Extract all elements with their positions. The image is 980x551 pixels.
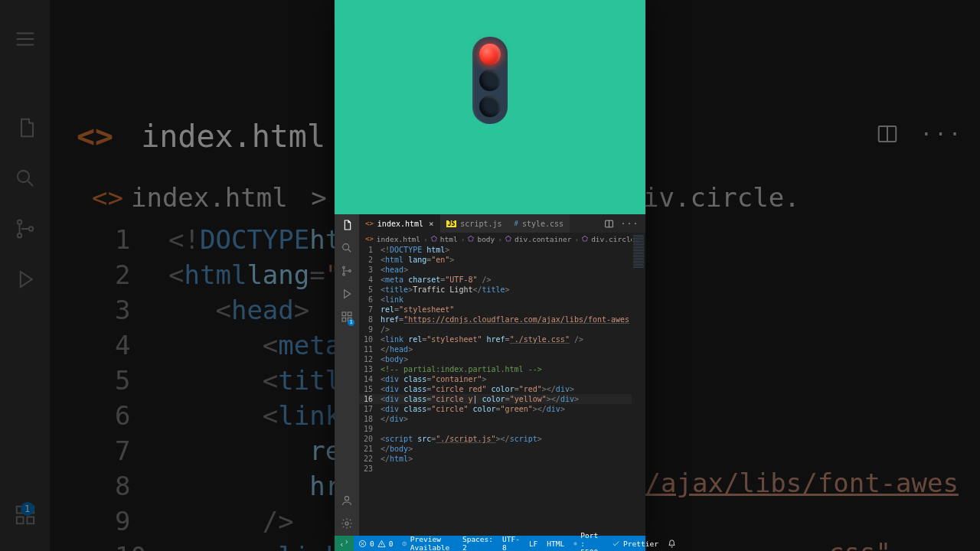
hamburger-icon (14, 28, 37, 92)
svg-rect-13 (342, 312, 346, 316)
split-editor-icon (876, 122, 899, 145)
breadcrumbs[interactable]: <> index.html › ⬠ html › ⬠ body › ⬠ div.… (359, 233, 632, 245)
svg-point-10 (343, 266, 345, 269)
svg-point-2 (17, 233, 21, 238)
svg-rect-6 (16, 517, 23, 524)
bg-tab-active: index.html (141, 119, 325, 154)
bg-activity-bar: 1 (0, 0, 50, 551)
live-preview-pane (335, 0, 645, 214)
svg-point-17 (345, 497, 348, 500)
bg-code-right-10: .css" (813, 537, 891, 551)
status-problems[interactable]: 0 0 (354, 540, 397, 548)
foreground-column: 1 <>index.html×JSscript.js#style.css··· … (335, 0, 645, 551)
status-preview[interactable]: Preview Available (397, 535, 457, 551)
tab-script.js[interactable]: JSscript.js (440, 214, 508, 233)
svg-rect-7 (27, 517, 34, 524)
tab-bar: <>index.html×JSscript.js#style.css··· (359, 214, 645, 233)
settings-gear-icon[interactable] (341, 517, 353, 531)
tab-index.html[interactable]: <>index.html× (359, 214, 440, 233)
svg-point-12 (349, 270, 351, 272)
debug-icon (14, 268, 37, 294)
traffic-light-red (479, 44, 501, 65)
traffic-light-green (479, 96, 501, 117)
svg-rect-14 (348, 312, 351, 316)
extensions-icon[interactable]: 1 (341, 311, 353, 324)
more-icon: ··· (920, 122, 963, 145)
svg-point-0 (18, 171, 29, 182)
minimap[interactable] (632, 233, 645, 536)
traffic-light (472, 37, 508, 124)
split-editor-icon[interactable] (604, 219, 614, 229)
status-bar: 0 0 Preview Available Spaces: 2 UTF-8 LF… (335, 536, 645, 551)
more-icon[interactable]: ··· (621, 220, 639, 228)
run-debug-icon[interactable] (341, 288, 353, 302)
activity-bar: 1 (335, 214, 359, 536)
status-language[interactable]: HTML (542, 540, 569, 548)
code-editor[interactable]: 1<!DOCTYPE html>2<html lang="en">3 <head… (359, 245, 632, 536)
svg-point-18 (345, 522, 348, 525)
close-icon: × (429, 219, 434, 229)
explorer-icon[interactable] (341, 219, 353, 233)
search-icon[interactable] (341, 242, 353, 256)
code-file-icon: <> (77, 119, 113, 154)
status-liveserver[interactable]: Port : 5500 (569, 531, 607, 552)
bg-editor-actions: ··· (876, 122, 963, 145)
svg-point-3 (28, 227, 33, 231)
status-spaces[interactable]: Spaces: 2 (458, 535, 498, 551)
svg-point-9 (343, 244, 349, 250)
svg-rect-15 (342, 318, 346, 321)
remote-indicator[interactable] (335, 536, 354, 551)
code-file-icon: <> (92, 182, 123, 213)
source-control-icon (14, 217, 37, 243)
source-control-icon[interactable] (341, 265, 353, 279)
status-eol[interactable]: LF (524, 540, 542, 548)
extensions-icon: 1 (14, 504, 37, 530)
accounts-icon[interactable] (341, 494, 353, 508)
status-encoding[interactable]: UTF-8 (498, 535, 524, 551)
search-icon (14, 167, 37, 193)
tab-style.css[interactable]: #style.css (508, 214, 570, 233)
traffic-light-yellow (479, 70, 501, 91)
status-prettier[interactable]: Prettier (607, 540, 663, 548)
svg-point-1 (17, 220, 21, 225)
bg-code-right-8: /ajax/libs/font-awes (645, 468, 959, 498)
vscode-editor: 1 <>index.html×JSscript.js#style.css··· … (335, 214, 645, 551)
files-icon (14, 116, 37, 142)
svg-point-11 (343, 273, 345, 276)
status-notifications-icon[interactable] (663, 540, 681, 548)
